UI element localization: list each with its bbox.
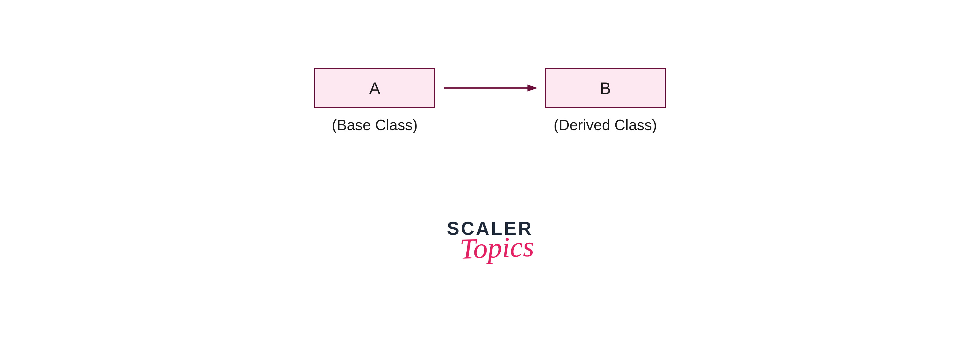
- inheritance-diagram: A B (Base Class) (Derived Class): [314, 68, 666, 134]
- derived-class-letter: B: [600, 78, 611, 98]
- arrow-container: [435, 82, 545, 94]
- svg-marker-1: [527, 85, 538, 91]
- scaler-topics-logo: SCALER Topics: [404, 219, 576, 260]
- arrow-right-icon: [441, 82, 539, 94]
- boxes-row: A B: [314, 68, 666, 108]
- logo-line2: Topics: [460, 234, 535, 261]
- captions-row: (Base Class) (Derived Class): [314, 116, 666, 134]
- base-class-box: A: [314, 68, 435, 108]
- base-class-caption: (Base Class): [314, 116, 435, 134]
- base-class-letter: A: [369, 78, 380, 98]
- derived-class-box: B: [545, 68, 666, 108]
- derived-class-caption: (Derived Class): [545, 116, 666, 134]
